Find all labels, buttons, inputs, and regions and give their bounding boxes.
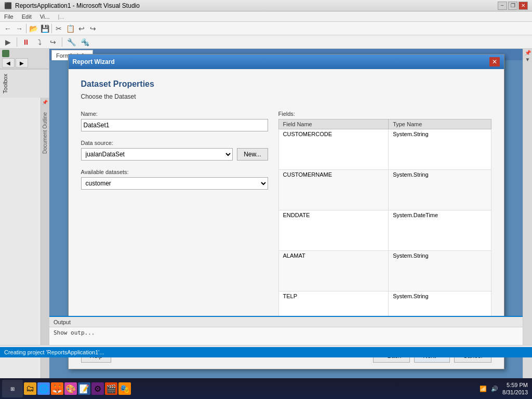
field-name-cell: ALAMAT: [278, 251, 389, 291]
taskbar: ⊞ 🗂 🌐 🦊 🎨 📝 ⚙ 🎬 🎭 📶 🔊 5:59 PM 8/31/2013: [0, 378, 532, 399]
name-input[interactable]: [81, 119, 268, 131]
menu-file[interactable]: File: [2, 14, 16, 20]
form-left: Name: Data source: jualanDataSet: [81, 111, 268, 332]
output-label: Output: [54, 319, 71, 325]
taskbar-sharpdevelop[interactable]: 🎨: [64, 382, 77, 395]
app-icon: ⬛: [4, 2, 12, 9]
dialog-title: Report Wizard: [73, 58, 115, 65]
dialog-close-btn[interactable]: ✕: [489, 57, 500, 66]
datasource-select[interactable]: jualanDataSet: [81, 148, 233, 161]
fields-table: Field Name Type Name CUSTOMERCODESystem.…: [278, 119, 491, 332]
start-icon: ⊞: [10, 386, 15, 392]
toolbar-cut-btn[interactable]: ✂: [53, 23, 64, 34]
toolbar-open-btn[interactable]: 📂: [28, 23, 39, 34]
datasource-group: Data source: jualanDataSet New...: [81, 140, 268, 161]
output-panel-content: Show outp...: [49, 327, 523, 338]
table-row: ALAMATSystem.String: [278, 251, 491, 291]
taskbar-date-display: 8/31/2013: [502, 389, 528, 396]
left-sidebar: ◀ ▶ Toolbox 📌 Document Outline: [0, 49, 49, 378]
fields-table-body: CUSTOMERCODESystem.StringCUSTOMERNAMESys…: [278, 129, 491, 332]
taskbar-volume-icon: 🔊: [491, 385, 498, 392]
toolbar-solution-btn[interactable]: 🔧: [65, 36, 77, 48]
taskbar-media[interactable]: 🎬: [105, 382, 117, 395]
menu-item-4[interactable]: |...: [56, 14, 66, 20]
toolbar-back-btn[interactable]: ←: [2, 23, 14, 34]
toolbar-undo-btn[interactable]: ↩: [76, 23, 87, 34]
datasource-label: Data source:: [81, 140, 268, 146]
form-right: Fields: Field Name Type Name: [278, 111, 491, 332]
menu-edit[interactable]: Edit: [20, 14, 34, 20]
taskbar-paint[interactable]: 🎭: [118, 382, 131, 395]
title-bar-text: ReportsApplication1 - Microsoft Visual S…: [15, 2, 140, 9]
status-bar: Creating project 'ReportsApplication1'..…: [0, 347, 532, 357]
taskbar-right: 📶 🔊 5:59 PM 8/31/2013: [480, 381, 530, 396]
toolbar-redo-btn[interactable]: ↪: [87, 23, 99, 34]
toolbar-breakpoint-btn[interactable]: ⏸: [20, 36, 32, 48]
toolbar-forward-btn[interactable]: →: [14, 23, 25, 34]
table-row: CUSTOMERCODESystem.String: [278, 129, 491, 170]
right-panel: 📌 ▼: [523, 49, 532, 378]
dialog-subheading: Choose the Dataset: [81, 93, 491, 100]
field-name-cell: CUSTOMERCODE: [278, 129, 389, 170]
close-btn[interactable]: ✕: [518, 2, 528, 10]
table-row: ENDDATESystem.DateTime: [278, 210, 491, 251]
taskbar-time-display: 5:59 PM: [502, 381, 528, 389]
taskbar-clock: 5:59 PM 8/31/2013: [502, 381, 528, 396]
name-label: Name:: [81, 111, 268, 117]
toolbar-sep-4: [62, 37, 62, 47]
available-datasets-label: Available datasets:: [81, 169, 268, 175]
dialog-title-bar: Report Wizard ✕: [69, 55, 504, 69]
fields-section: Fields: Field Name Type Name: [278, 111, 491, 332]
taskbar-chrome[interactable]: 🌐: [37, 382, 50, 395]
toolbox-tab[interactable]: Toolbox: [0, 69, 49, 98]
available-datasets-group: Available datasets: customer: [81, 169, 268, 190]
taskbar-firefox[interactable]: 🦊: [51, 382, 63, 395]
fields-table-header: Field Name Type Name: [278, 119, 491, 129]
right-panel-pin2[interactable]: ▼: [525, 57, 530, 62]
taskbar-vs[interactable]: ⚙: [91, 382, 104, 395]
taskbar-network-icon: 📶: [480, 385, 487, 392]
taskbar-word[interactable]: 📝: [78, 382, 90, 395]
title-bar-controls: − ❐ ✕: [498, 2, 528, 10]
field-name-cell: ENDDATE: [278, 210, 389, 251]
restore-btn[interactable]: ❐: [508, 2, 517, 10]
toolbar-sep-1: [26, 24, 26, 33]
sidebar-nav-right[interactable]: ▶: [16, 58, 28, 68]
toolbar-sep-3: [17, 37, 17, 47]
toolbar-debug-btn[interactable]: ▶: [2, 36, 14, 48]
toolbar-step-in-btn[interactable]: ↪: [47, 36, 59, 48]
form-layout: Name: Data source: jualanDataSet: [81, 111, 491, 332]
name-group: Name:: [81, 111, 268, 131]
table-row: CUSTOMERNAMESystem.String: [278, 170, 491, 210]
new-datasource-btn[interactable]: New...: [237, 148, 268, 161]
toolbar-props-btn[interactable]: 🔩: [79, 36, 90, 48]
menu-bar: File Edit Vi... |...: [0, 11, 532, 22]
taskbar-file-explorer[interactable]: 🗂: [24, 382, 36, 395]
type-name-cell: System.String: [389, 129, 491, 170]
available-datasets-select[interactable]: customer: [81, 177, 268, 190]
doc-outline-pin: 📌: [42, 100, 48, 105]
taskbar-start-btn[interactable]: ⊞: [2, 380, 23, 397]
minimize-btn[interactable]: −: [498, 2, 507, 10]
sidebar-nav-left[interactable]: ◀: [2, 58, 15, 68]
vs-ide-background: ⬛ ReportsApplication1 - Microsoft Visual…: [0, 0, 532, 378]
type-name-cell: System.String: [389, 170, 491, 210]
output-panel-header: Output: [49, 317, 523, 327]
toolbar-step-over-btn[interactable]: ⤵: [34, 36, 45, 48]
right-panel-pin1[interactable]: 📌: [525, 50, 531, 56]
dialog-body: Dataset Properties Choose the Dataset Na…: [69, 69, 504, 342]
type-name-cell: System.String: [389, 251, 491, 291]
sidebar-right-strip: 📌 Document Outline: [41, 98, 49, 378]
output-panel: Output Show outp...: [49, 316, 523, 345]
title-bar: ⬛ ReportsApplication1 - Microsoft Visual…: [0, 0, 532, 11]
type-name-cell: System.DateTime: [389, 210, 491, 251]
toolbar-main: ← → 📂 💾 ✂ 📋 ↩ ↪: [0, 22, 532, 35]
sidebar-icon-1: [2, 50, 9, 57]
col-field-name: Field Name: [278, 119, 389, 129]
toolbar-save-btn[interactable]: 💾: [39, 23, 50, 34]
menu-view[interactable]: Vi...: [38, 14, 52, 20]
show-output-dropdown[interactable]: Show outp...: [54, 329, 95, 336]
toolbar-paste-btn[interactable]: 📋: [64, 23, 76, 34]
col-type-name: Type Name: [389, 119, 491, 129]
field-name-cell: CUSTOMERNAME: [278, 170, 389, 210]
